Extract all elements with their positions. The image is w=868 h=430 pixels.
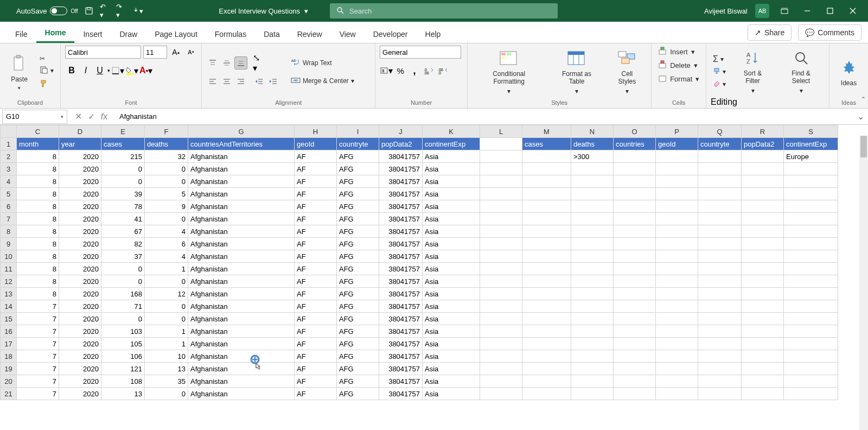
cell[interactable]: 106	[101, 350, 145, 363]
cell[interactable]: 8	[17, 225, 59, 238]
cell[interactable]: Afghanistan	[188, 388, 295, 400]
cell[interactable]: month	[17, 138, 59, 150]
cell[interactable]: 215	[101, 150, 145, 163]
cell[interactable]	[614, 225, 656, 238]
cell[interactable]: 2020	[59, 288, 101, 300]
cell[interactable]: >300	[571, 150, 614, 163]
cell[interactable]: Asia	[423, 175, 480, 188]
cell[interactable]	[480, 138, 522, 150]
cell[interactable]: Asia	[423, 238, 480, 250]
cell[interactable]	[614, 388, 656, 400]
cell[interactable]	[522, 275, 571, 288]
cell[interactable]	[784, 238, 838, 250]
cell[interactable]	[698, 238, 742, 250]
row-header[interactable]: 12	[1, 275, 17, 288]
format-as-table-button[interactable]: Format as Table▾	[549, 47, 604, 97]
row-header[interactable]: 16	[1, 325, 17, 338]
cell[interactable]: 8	[17, 250, 59, 263]
cell[interactable]	[571, 263, 614, 275]
column-header[interactable]: I	[337, 125, 379, 138]
cell[interactable]: 105	[101, 338, 145, 350]
cell[interactable]: 2020	[59, 188, 101, 200]
cell[interactable]: 7	[17, 363, 59, 375]
row-header[interactable]: 9	[1, 238, 17, 250]
cell[interactable]: deaths	[571, 138, 614, 150]
cell[interactable]: 38041757	[379, 350, 423, 363]
cell[interactable]	[656, 338, 698, 350]
row-header[interactable]: 5	[1, 188, 17, 200]
cell[interactable]: 7	[17, 338, 59, 350]
italic-button[interactable]: I	[79, 64, 92, 77]
cell[interactable]	[698, 200, 742, 213]
cell[interactable]	[784, 188, 838, 200]
format-painter-button[interactable]	[37, 78, 56, 91]
tab-draw[interactable]: Draw	[111, 24, 146, 43]
cell[interactable]: 2020	[59, 238, 101, 250]
cell[interactable]	[784, 175, 838, 188]
cell[interactable]	[742, 300, 784, 313]
cell[interactable]: 67	[101, 225, 145, 238]
cell[interactable]	[480, 250, 522, 263]
cell[interactable]: 38041757	[379, 363, 423, 375]
cell[interactable]: 8	[17, 263, 59, 275]
comma-icon[interactable]: ,	[408, 64, 421, 77]
cell[interactable]	[571, 200, 614, 213]
decrease-decimal-icon[interactable]: .00.0	[436, 64, 449, 77]
font-size-select[interactable]	[143, 46, 167, 59]
cell[interactable]: 2020	[59, 250, 101, 263]
cell[interactable]	[522, 375, 571, 388]
vertical-scrollbar[interactable]	[859, 136, 868, 430]
cell[interactable]: AF	[295, 238, 337, 250]
cell[interactable]	[698, 300, 742, 313]
insert-cells-button[interactable]: Insert ▾	[656, 46, 697, 58]
cell[interactable]	[571, 325, 614, 338]
cell[interactable]	[614, 325, 656, 338]
cell[interactable]	[614, 200, 656, 213]
cell[interactable]	[571, 213, 614, 225]
cell[interactable]	[784, 363, 838, 375]
cell[interactable]: 2020	[59, 363, 101, 375]
cell[interactable]	[656, 213, 698, 225]
cell[interactable]: continentExp	[784, 138, 838, 150]
cell[interactable]	[480, 163, 522, 175]
column-header[interactable]: J	[379, 125, 423, 138]
cell[interactable]	[614, 313, 656, 325]
cell[interactable]: 32	[145, 150, 188, 163]
cell[interactable]: AFG	[337, 175, 379, 188]
cell[interactable]	[571, 288, 614, 300]
cell[interactable]: Asia	[423, 188, 480, 200]
cell[interactable]: 121	[101, 363, 145, 375]
cell[interactable]	[522, 300, 571, 313]
cell[interactable]: Afghanistan	[188, 238, 295, 250]
cell[interactable]: Asia	[423, 213, 480, 225]
column-header[interactable]: F	[145, 125, 188, 138]
cell[interactable]	[522, 263, 571, 275]
cell[interactable]	[656, 200, 698, 213]
column-header[interactable]: G	[188, 125, 295, 138]
cell[interactable]	[698, 275, 742, 288]
enter-formula-icon[interactable]: ✓	[86, 111, 97, 122]
cell[interactable]	[698, 375, 742, 388]
cell[interactable]	[656, 375, 698, 388]
cell[interactable]	[784, 313, 838, 325]
cell[interactable]: AF	[295, 213, 337, 225]
number-format-select[interactable]	[380, 46, 461, 59]
cell[interactable]: AFG	[337, 338, 379, 350]
cell[interactable]: 2020	[59, 175, 101, 188]
cell[interactable]	[698, 250, 742, 263]
cell[interactable]: 6	[145, 238, 188, 250]
cell[interactable]: 7	[17, 313, 59, 325]
cell[interactable]	[480, 375, 522, 388]
redo-icon[interactable]: ↷ ▾	[116, 5, 127, 16]
cell[interactable]: AF	[295, 300, 337, 313]
cell[interactable]	[571, 338, 614, 350]
increase-indent-icon[interactable]	[267, 75, 280, 88]
cell[interactable]: 2020	[59, 325, 101, 338]
cell[interactable]: Asia	[423, 225, 480, 238]
cell[interactable]: 0	[101, 313, 145, 325]
cell[interactable]	[522, 213, 571, 225]
cell[interactable]: 2020	[59, 225, 101, 238]
cell-styles-button[interactable]: Cell Styles▾	[608, 47, 647, 97]
cell[interactable]	[784, 388, 838, 400]
share-button[interactable]: ↗Share	[748, 24, 792, 41]
